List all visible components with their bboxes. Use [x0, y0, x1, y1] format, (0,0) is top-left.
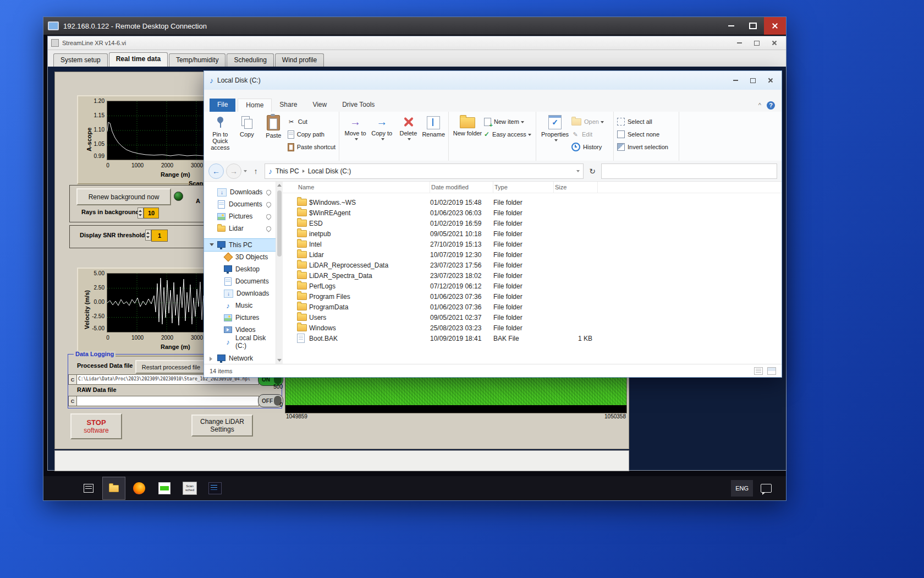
file-row[interactable]: LiDAR_Reprocessed_Data 23/07/2023 17:56 …: [283, 260, 782, 270]
move-to-button[interactable]: → Move to: [343, 114, 368, 140]
firefox-taskbar-button[interactable]: [128, 477, 150, 499]
rdp-close-button[interactable]: [764, 17, 786, 35]
copy-to-button[interactable]: → Copy to: [369, 114, 394, 140]
rdp-minimize-button[interactable]: [720, 17, 742, 35]
sidebar-item-music[interactable]: ♪ Music: [204, 299, 276, 312]
select-all-button[interactable]: Select all: [617, 116, 668, 127]
copy-path-button[interactable]: Copy path: [288, 129, 336, 140]
file-explorer-taskbar-button[interactable]: [103, 477, 125, 499]
sidebar-item-pictures[interactable]: Pictures: [204, 312, 276, 324]
file-row[interactable]: LiDAR_Spectra_Data 23/07/2023 18:02 File…: [283, 270, 782, 281]
large-icons-view-icon[interactable]: [767, 367, 776, 375]
back-button[interactable]: ←: [208, 163, 224, 179]
raw-path-field[interactable]: [76, 396, 259, 406]
sidebar-item-pictures-quick[interactable]: Pictures: [204, 210, 276, 222]
rdp-titlebar[interactable]: 192.168.0.122 - Remote Desktop Connectio…: [43, 17, 786, 35]
new-item-button[interactable]: New item: [484, 116, 531, 127]
streamline-titlebar[interactable]: StreamLine XR v14-6.vi: [48, 36, 786, 50]
sidebar-item-downloads-quick[interactable]: ↓ Downloads: [204, 186, 276, 198]
tab-wind-profile[interactable]: Wind profile: [275, 53, 324, 67]
up-button[interactable]: ↑: [249, 165, 262, 178]
scroll-up-icon[interactable]: [277, 184, 282, 187]
new-folder-button[interactable]: New folder: [452, 114, 483, 137]
file-row[interactable]: Lidar 10/07/2019 12:30 File folder: [283, 249, 782, 260]
sidebar-item-lidar[interactable]: Lidar: [204, 222, 276, 235]
column-header-type[interactable]: Type: [493, 182, 554, 193]
tab-scheduling[interactable]: Scheduling: [227, 53, 273, 67]
file-row[interactable]: Boot.BAK 10/09/2019 18:41 BAK File 1 KB: [283, 333, 782, 343]
file-row[interactable]: Windows 25/08/2023 03:23 File folder: [283, 323, 782, 333]
sidebar-scrollbar[interactable]: [276, 182, 283, 364]
column-header-date-modified[interactable]: Date modified: [430, 182, 493, 193]
language-indicator[interactable]: ENG: [731, 480, 753, 497]
explorer-maximize-button[interactable]: [749, 76, 757, 85]
ribbon-tab-drive-tools[interactable]: Drive Tools: [334, 99, 382, 112]
sidebar-item-this-pc[interactable]: This PC: [204, 239, 276, 251]
streamline-close-button[interactable]: [771, 39, 778, 47]
details-view-icon[interactable]: [754, 367, 763, 375]
file-row[interactable]: Intel 27/10/2019 15:13 File folder: [283, 239, 782, 249]
breadcrumb-this-pc[interactable]: This PC: [276, 167, 299, 175]
collapse-ribbon-icon[interactable]: ^: [758, 102, 761, 108]
streamline-minimize-button[interactable]: [735, 39, 743, 47]
file-row[interactable]: Users 09/05/2021 02:37 File folder: [283, 312, 782, 323]
restart-processed-file-button[interactable]: Restart processed file: [135, 360, 207, 374]
pin-to-quick-access-button[interactable]: Pin to Quick access: [207, 114, 233, 151]
open-button[interactable]: Open: [571, 116, 604, 127]
renew-background-button[interactable]: Renew background now: [76, 188, 171, 205]
address-bar[interactable]: ♪ This PC Local Disk (C:): [265, 163, 584, 179]
snr-value-field[interactable]: 1: [151, 230, 168, 242]
raw-drive-selector[interactable]: C: [68, 396, 77, 406]
rays-spinner[interactable]: [138, 208, 144, 219]
search-input[interactable]: [601, 163, 777, 179]
change-lidar-settings-button[interactable]: Change LiDAR Settings: [191, 415, 253, 437]
help-icon[interactable]: ?: [767, 101, 775, 110]
sidebar-item-desktop[interactable]: Desktop: [204, 263, 276, 275]
processed-drive-selector[interactable]: C: [68, 374, 77, 385]
sidebar-item-network[interactable]: Network: [204, 352, 276, 364]
file-row[interactable]: Program Files 01/06/2023 07:36 File fold…: [283, 291, 782, 302]
file-row[interactable]: inetpub 09/05/2021 10:18 File folder: [283, 228, 782, 239]
rename-button[interactable]: Rename: [422, 114, 445, 138]
explorer-minimize-button[interactable]: [731, 76, 740, 85]
select-none-button[interactable]: Select none: [617, 129, 668, 140]
recent-locations-icon[interactable]: [244, 170, 247, 172]
scroll-down-icon[interactable]: [277, 359, 282, 362]
tab-system-setup[interactable]: System setup: [53, 53, 108, 67]
stop-software-button[interactable]: STOP software: [70, 413, 122, 439]
ribbon-tab-view[interactable]: View: [305, 99, 334, 112]
file-row[interactable]: $Windows.~WS 01/02/2019 15:48 File folde…: [283, 197, 782, 208]
sidebar-item-documents-quick[interactable]: Documents: [204, 198, 276, 210]
task-view-button[interactable]: [78, 477, 100, 499]
expander-icon[interactable]: [210, 357, 212, 361]
easy-access-button[interactable]: ✓ Easy access: [484, 129, 531, 140]
copy-button[interactable]: Copy: [234, 114, 260, 138]
delete-button[interactable]: Delete: [395, 114, 421, 140]
snr-spinner[interactable]: [145, 230, 151, 241]
sidebar-item-local-disk[interactable]: ♪ Local Disk (C:): [204, 336, 276, 348]
ribbon-tab-share[interactable]: Share: [272, 99, 305, 112]
file-row[interactable]: PerfLogs 07/12/2019 06:12 File folder: [283, 281, 782, 291]
ribbon-tab-file[interactable]: File: [210, 99, 235, 112]
tab-temp-humidity[interactable]: Temp/humidity: [169, 53, 226, 67]
app-window-taskbar-button[interactable]: [153, 477, 175, 499]
explorer-titlebar[interactable]: ♪ Local Disk (C:): [204, 71, 782, 90]
sidebar-item-downloads[interactable]: ↓ Downloads: [204, 287, 276, 299]
sidebar-item-documents[interactable]: Documents: [204, 275, 276, 287]
sidebar-item-3d-objects[interactable]: 3D Objects: [204, 251, 276, 263]
streamline-maximize-button[interactable]: [753, 39, 761, 47]
invert-selection-button[interactable]: Invert selection: [617, 141, 668, 152]
address-dropdown-icon[interactable]: [576, 170, 580, 172]
paste-button[interactable]: Paste: [261, 114, 287, 139]
column-header-size[interactable]: Size: [554, 182, 598, 193]
scan-scheduler-taskbar-button[interactable]: Scan sched: [179, 477, 201, 499]
rays-value-field[interactable]: 10: [144, 208, 159, 219]
terminal-taskbar-button[interactable]: [204, 477, 226, 499]
action-center-icon[interactable]: [761, 484, 772, 493]
scrollbar-thumb[interactable]: [277, 190, 282, 257]
history-button[interactable]: History: [571, 141, 604, 152]
refresh-button[interactable]: ↻: [586, 165, 599, 178]
column-header-name[interactable]: Name: [297, 182, 430, 193]
ribbon-tab-home[interactable]: Home: [238, 99, 272, 112]
forward-button[interactable]: →: [226, 163, 241, 179]
